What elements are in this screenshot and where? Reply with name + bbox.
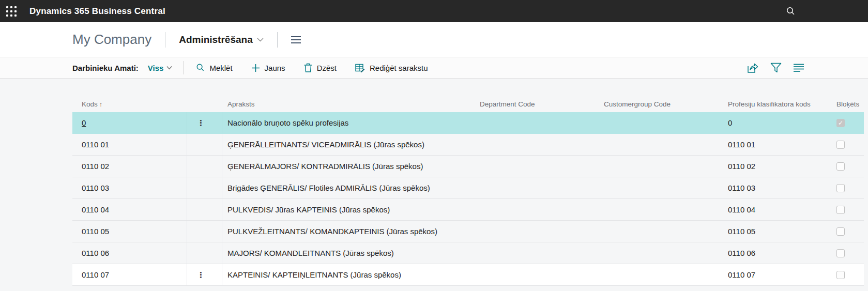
cell-blocked — [827, 134, 864, 155]
share-icon — [747, 62, 759, 73]
cell-customergroup[interactable] — [595, 177, 719, 198]
search-icon — [785, 6, 796, 17]
table-row[interactable]: 0110 06MAJORS/ KOMANDLEITNANTS (Jūras sp… — [72, 242, 864, 264]
kods-value: 0110 04 — [82, 205, 109, 214]
cell-customergroup[interactable] — [595, 242, 719, 264]
trash-icon — [304, 63, 312, 72]
cell-kods[interactable]: 0110 01 — [72, 134, 187, 155]
kods-value: 0110 02 — [82, 162, 109, 171]
app-title: Dynamics 365 Business Central — [29, 6, 165, 17]
table-row[interactable]: 0110 03Brigādes ĢENERĀLIS/ Flotiles ADMI… — [72, 177, 864, 199]
cell-kods[interactable]: 0110 05 — [72, 221, 187, 242]
cell-row-options — [187, 156, 222, 177]
page-content: Kods↑ Apraksts Department Code Customerg… — [0, 79, 868, 291]
filter-button[interactable] — [770, 63, 782, 73]
blocked-checkbox[interactable] — [836, 162, 845, 171]
cell-prof-kods[interactable]: 0110 07 — [719, 264, 827, 285]
cell-apraksts[interactable]: Brigādes ĢENERĀLIS/ Flotiles ADMIRĀLIS (… — [222, 177, 470, 198]
kods-value: 0110 01 — [82, 140, 109, 149]
cell-row-options — [187, 221, 222, 242]
cell-row-options: ⋮ — [187, 112, 222, 133]
cell-kods[interactable]: 0110 07 — [72, 264, 187, 285]
share-button[interactable] — [747, 62, 759, 73]
view-filter-dropdown[interactable]: Viss — [148, 64, 173, 72]
company-name[interactable]: My Company — [72, 32, 151, 48]
blocked-checkbox[interactable] — [836, 184, 845, 192]
page-header: My Company Administrēšana — [0, 22, 868, 57]
table-row[interactable]: 0110 01ĢENERĀLLEITNANTS/ VICEADMIRĀLIS (… — [72, 134, 864, 156]
delete-button[interactable]: Dzēst — [304, 63, 337, 72]
table-row[interactable]: 0110 05PULKVEŽLEITNANTS/ KOMANDKAPTEINIS… — [72, 221, 864, 242]
blocked-checkbox[interactable] — [836, 249, 845, 257]
cell-apraksts[interactable]: KAPTEINIS/ KAPTEIŅLEITNANTS (Jūras spēko… — [222, 264, 470, 285]
cell-customergroup[interactable] — [595, 199, 719, 220]
cell-customergroup[interactable] — [595, 134, 719, 155]
cell-department[interactable] — [470, 177, 595, 198]
cell-apraksts[interactable]: Nacionālo bruņoto spēku profesijas — [222, 112, 470, 133]
cell-customergroup[interactable] — [595, 156, 719, 177]
cell-department[interactable] — [470, 199, 595, 220]
cell-kods[interactable]: 0110 03 — [72, 177, 187, 198]
cell-prof-kods[interactable]: 0110 01 — [719, 134, 827, 155]
delete-button-label: Dzēst — [317, 64, 337, 72]
chevron-down-icon — [257, 37, 264, 42]
cell-customergroup[interactable] — [595, 221, 719, 242]
column-header-department[interactable]: Department Code — [470, 100, 595, 108]
cell-blocked — [827, 199, 864, 220]
column-header-blocked[interactable]: Bloķēts — [827, 100, 864, 108]
cell-prof-kods[interactable]: 0110 03 — [719, 177, 827, 198]
cell-apraksts[interactable]: ĢENERĀLMAJORS/ KONTRADMIRĀLIS (Jūras spē… — [222, 156, 470, 177]
column-header-apraksts[interactable]: Apraksts — [222, 100, 470, 108]
cell-kods[interactable]: 0110 02 — [72, 156, 187, 177]
cell-apraksts[interactable]: MAJORS/ KOMANDLEITNANTS (Jūras spēkos) — [222, 242, 470, 264]
cell-department[interactable] — [470, 156, 595, 177]
cell-blocked: ✓ — [827, 112, 864, 133]
blocked-checkbox[interactable] — [836, 141, 845, 149]
kods-value: 0110 06 — [82, 249, 109, 257]
cell-apraksts[interactable]: ĢENERĀLLEITNANTS/ VICEADMIRĀLIS (Jūras s… — [222, 134, 470, 155]
app-launcher-waffle-icon[interactable] — [0, 0, 22, 22]
cell-kods[interactable]: 0110 04 — [72, 199, 187, 220]
list-view-button[interactable] — [793, 63, 804, 72]
cell-department[interactable] — [470, 112, 595, 133]
kods-value: 0110 07 — [82, 270, 109, 279]
table-row[interactable]: 0110 07⋮KAPTEINIS/ KAPTEIŅLEITNANTS (Jūr… — [72, 264, 864, 286]
row-ellipsis-icon[interactable]: ⋮ — [187, 118, 222, 128]
nav-menu-administresana[interactable]: Administrēšana — [179, 34, 264, 45]
cell-blocked — [827, 221, 864, 242]
cell-prof-kods[interactable]: 0110 06 — [719, 242, 827, 264]
cell-kods[interactable]: 0110 06 — [72, 242, 187, 264]
action-toolbar: Darbinieku Amati: Viss Meklēt Jauns Dzēs… — [0, 57, 868, 79]
cell-prof-kods[interactable]: 0110 05 — [719, 221, 827, 242]
cell-apraksts[interactable]: PULKVEŽLEITNANTS/ KOMANDKAPTEINIS (Jūras… — [222, 221, 470, 242]
cell-prof-kods[interactable]: 0 — [719, 112, 827, 133]
column-header-customergroup[interactable]: Customergroup Code — [595, 100, 719, 108]
cell-department[interactable] — [470, 264, 595, 285]
blocked-checkbox[interactable] — [836, 227, 845, 236]
search-button[interactable]: Meklēt — [195, 63, 232, 72]
cell-row-options — [187, 177, 222, 198]
cell-department[interactable] — [470, 134, 595, 155]
cell-kods[interactable]: 0 — [72, 112, 187, 133]
global-search-icon[interactable] — [781, 2, 800, 21]
blocked-checkbox[interactable] — [836, 271, 845, 279]
table-row[interactable]: 0⋮Nacionālo bruņoto spēku profesijas0✓ — [72, 112, 864, 134]
row-ellipsis-icon[interactable]: ⋮ — [187, 270, 222, 280]
table-row[interactable]: 0110 04PULKVEDIS/ Jūras KAPTEINIS (Jūras… — [72, 199, 864, 221]
blocked-checkbox[interactable]: ✓ — [836, 119, 845, 127]
column-header-prof-kods[interactable]: Profesiju klasifikatora kods — [719, 100, 827, 108]
more-menu-icon[interactable] — [291, 36, 301, 43]
edit-list-button[interactable]: Rediģēt sarakstu — [355, 64, 428, 72]
cell-customergroup[interactable] — [595, 112, 719, 133]
cell-prof-kods[interactable]: 0110 04 — [719, 199, 827, 220]
table-row[interactable]: 0110 02ĢENERĀLMAJORS/ KONTRADMIRĀLIS (Jū… — [72, 156, 864, 177]
cell-prof-kods[interactable]: 0110 02 — [719, 156, 827, 177]
kods-link[interactable]: 0 — [82, 118, 86, 127]
cell-customergroup[interactable] — [595, 264, 719, 285]
cell-department[interactable] — [470, 242, 595, 264]
cell-apraksts[interactable]: PULKVEDIS/ Jūras KAPTEINIS (Jūras spēkos… — [222, 199, 470, 220]
blocked-checkbox[interactable] — [836, 206, 845, 214]
new-button[interactable]: Jauns — [251, 64, 285, 72]
column-header-kods[interactable]: Kods↑ — [72, 100, 187, 108]
cell-department[interactable] — [470, 221, 595, 242]
